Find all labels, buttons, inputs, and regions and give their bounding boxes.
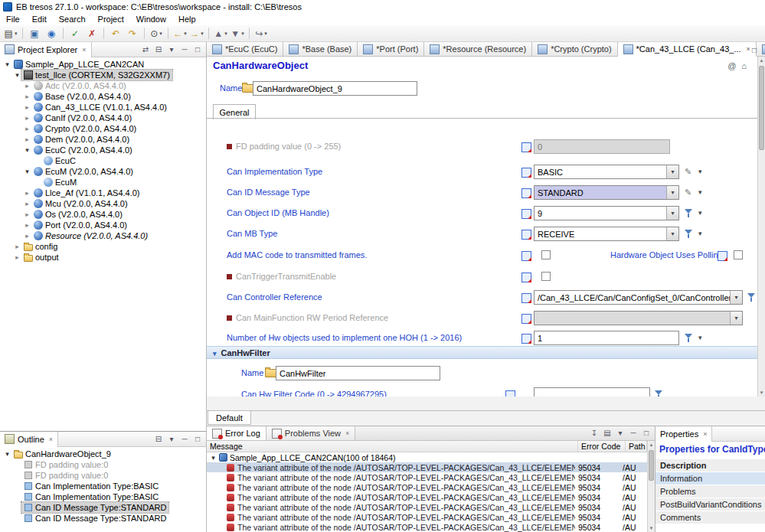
maximize-icon[interactable]: □ <box>640 426 652 439</box>
last-edit-location-icon[interactable]: ↪ <box>253 27 269 41</box>
properties-section[interactable]: Problems <box>655 485 765 498</box>
column-error-code[interactable]: Error Code <box>578 441 626 452</box>
navigate-home-icon[interactable]: ⌂ <box>741 61 747 70</box>
view-tab[interactable]: Error Log <box>207 426 266 440</box>
editor-tab[interactable]: *Port (Port) <box>358 42 424 56</box>
config-state-icon[interactable] <box>521 168 531 178</box>
tree-item[interactable]: Adc (V2.0.0, AS4.4.0) <box>0 80 206 91</box>
tree-item[interactable]: Can_43_LLCE (V1.0.1, AS4.4.0) <box>0 102 206 113</box>
tree-expander-icon[interactable] <box>23 232 31 240</box>
tree-item[interactable]: EcuC (V2.0.0, AS4.4.0) <box>0 145 206 155</box>
tree-expander-icon[interactable] <box>23 168 31 175</box>
generate-project-icon[interactable]: ✗ <box>84 27 100 41</box>
scrollbar-thumb[interactable] <box>649 450 654 481</box>
tree-expander-icon[interactable] <box>13 71 21 79</box>
menu-item[interactable]: Project <box>92 14 130 24</box>
tree-item[interactable]: Dem (V2.0.0, AS4.4.0) <box>0 134 206 145</box>
config-state-icon[interactable] <box>521 230 531 240</box>
tree-item[interactable]: Sample_App_LLCE_CAN2CAN <box>0 59 206 70</box>
scrollbar-thumb[interactable] <box>759 66 764 150</box>
error-log-row[interactable]: The variant attribute of the node /AUTOS… <box>207 462 647 472</box>
export-log-icon[interactable]: ↧ <box>588 426 600 439</box>
properties-section[interactable]: Comments <box>655 511 765 524</box>
next-annotation-icon[interactable]: ▼ <box>230 27 245 41</box>
column-path[interactable]: Path <box>626 441 647 452</box>
trigger-transmit-checkbox[interactable] <box>541 272 551 281</box>
editor-tab[interactable]: *Can_43_LLCE (Can_43_... <box>618 42 757 57</box>
tree-item[interactable]: Base (V2.0.0, AS4.4.0) <box>0 91 206 102</box>
chevron-down-icon[interactable] <box>698 188 702 196</box>
hw-objects-input[interactable]: 1 <box>534 331 679 345</box>
tree-expander-icon[interactable] <box>13 243 21 250</box>
tree-expander-icon[interactable] <box>23 93 31 100</box>
config-state-icon[interactable] <box>521 314 531 324</box>
tab-default-variant[interactable]: Default <box>208 410 251 425</box>
minimize-icon[interactable]: ─ <box>178 433 191 446</box>
hwfilter-code-input[interactable] <box>534 387 650 397</box>
tree-item[interactable]: EcuM (V2.0.0, AS4.4.0) <box>0 166 206 177</box>
verify-project-icon[interactable]: ✓ <box>67 27 83 41</box>
mb-type-select[interactable]: RECEIVE <box>534 227 679 241</box>
chevron-down-icon[interactable] <box>698 209 702 217</box>
object-id-select[interactable]: 9 <box>534 206 679 220</box>
maximize-editor-icon[interactable]: □ <box>748 44 760 56</box>
properties-section[interactable]: Description <box>655 459 765 472</box>
chevron-down-icon[interactable] <box>666 207 678 220</box>
hwfilter-name-input[interactable]: CanHwFilter <box>276 366 440 380</box>
error-log-row[interactable]: The variant attribute of the node /AUTOS… <box>207 492 647 502</box>
edit-icon[interactable] <box>685 167 691 177</box>
chevron-down-icon[interactable] <box>698 168 702 175</box>
back-icon[interactable]: ← <box>172 27 188 41</box>
tree-item[interactable]: test_llce (CORTEXM, S32G2XXM7) <box>0 70 206 80</box>
open-log-icon[interactable]: ▤ <box>601 426 613 439</box>
error-log-root-row[interactable]: Sample_App_LLCE_CAN2CAN(100 of 18464) <box>207 452 647 462</box>
view-menu-icon[interactable]: ▾ <box>165 433 178 446</box>
config-state-icon[interactable] <box>505 390 515 397</box>
link-with-editor-icon[interactable]: ⇄ <box>139 44 152 56</box>
project-explorer-tab[interactable]: Project Explorer <box>0 42 92 57</box>
scroll-down-icon[interactable] <box>758 389 765 397</box>
tree-item[interactable]: Resource (V2.0.0, AS4.4.0) <box>0 230 206 241</box>
scroll-down-icon[interactable] <box>648 524 655 532</box>
tree-expander-icon[interactable] <box>23 189 31 197</box>
menu-item[interactable]: Search <box>53 14 92 24</box>
config-state-icon[interactable] <box>521 334 531 344</box>
editor-tab[interactable]: *Base (Base) <box>283 42 358 56</box>
undo-icon[interactable]: ↶ <box>108 27 123 41</box>
config-state-icon[interactable] <box>521 273 531 282</box>
search-icon[interactable]: ⊙ <box>149 27 164 41</box>
properties-section[interactable]: Information <box>655 472 765 485</box>
name-input[interactable]: CanHardwareObject_9 <box>253 81 417 96</box>
chevron-down-icon[interactable] <box>730 291 742 304</box>
maximize-icon[interactable]: □ <box>191 44 204 56</box>
properties-tab[interactable]: Properties <box>655 426 712 442</box>
filter-icon[interactable] <box>685 229 694 239</box>
tree-item[interactable]: EcuC <box>0 155 206 166</box>
workspace-icon[interactable]: ◉ <box>44 27 59 41</box>
tree-expander-icon[interactable] <box>23 103 31 111</box>
chevron-down-icon[interactable] <box>666 165 678 178</box>
tree-item[interactable]: output <box>0 252 206 263</box>
chevron-down-icon[interactable] <box>698 334 702 341</box>
tree-expander-icon[interactable] <box>3 60 11 68</box>
close-icon[interactable] <box>345 429 349 437</box>
collapse-all-icon[interactable]: ⊟ <box>152 433 165 446</box>
outline-item[interactable]: Can Implementation Type:BASIC <box>0 481 206 491</box>
edit-icon[interactable] <box>685 188 691 197</box>
minimize-icon[interactable]: ─ <box>627 426 639 439</box>
menu-item[interactable]: Help <box>172 14 202 24</box>
tree-expander-icon[interactable] <box>23 82 31 90</box>
new-wizard-icon[interactable]: ▤ <box>3 27 18 41</box>
error-log-row[interactable]: The variant attribute of the node /AUTOS… <box>207 522 647 532</box>
tree-item[interactable]: Mcu (V2.0.0, AS4.4.0) <box>0 198 206 209</box>
config-state-icon[interactable] <box>521 188 531 198</box>
filter-icon[interactable] <box>747 292 757 302</box>
tree-item[interactable]: Port (V2.0.0, AS4.4.0) <box>0 220 206 230</box>
impl-type-select[interactable]: BASIC <box>534 165 679 179</box>
tree-expander-icon[interactable] <box>13 253 21 261</box>
polling-checkbox[interactable] <box>734 250 743 259</box>
tree-expander-icon[interactable] <box>23 200 31 207</box>
scroll-up-icon[interactable] <box>758 57 765 64</box>
tree-item[interactable]: Crypto (V2.0.0, AS4.4.0) <box>0 123 206 134</box>
config-state-icon[interactable] <box>718 251 727 261</box>
